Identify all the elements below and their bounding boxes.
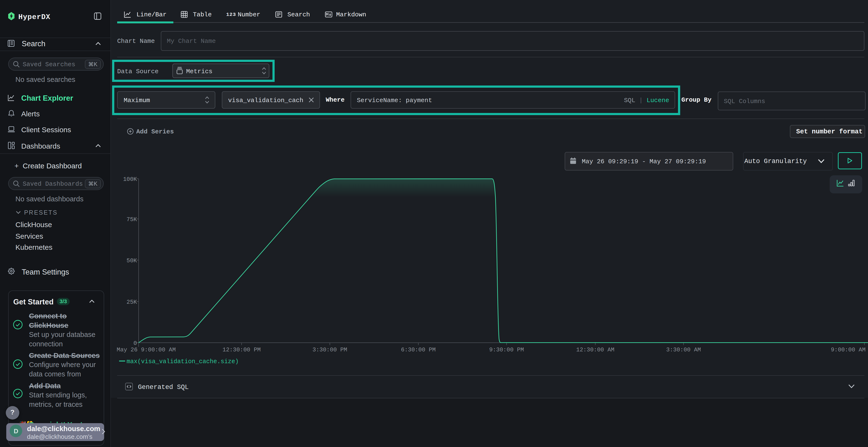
svg-text:9:00:00 AM: 9:00:00 AM: [831, 347, 866, 353]
svg-text:0: 0: [133, 340, 137, 347]
svg-text:6:30:00 PM: 6:30:00 PM: [401, 347, 436, 353]
svg-text:max(visa_validation_cache.size: max(visa_validation_cache.size): [127, 358, 239, 365]
svg-text:9:30:00 PM: 9:30:00 PM: [489, 347, 524, 353]
svg-text:25K: 25K: [127, 299, 137, 305]
svg-text:12:30:00 AM: 12:30:00 AM: [576, 347, 614, 353]
svg-text:3:30:00 PM: 3:30:00 PM: [312, 347, 347, 353]
svg-text:May 26 9:00:00 AM: May 26 9:00:00 AM: [117, 347, 176, 353]
svg-text:75K: 75K: [127, 216, 137, 223]
svg-text:50K: 50K: [127, 257, 137, 264]
svg-text:12:30:00 PM: 12:30:00 PM: [222, 347, 261, 353]
svg-text:100K: 100K: [123, 176, 137, 182]
svg-text:3:30:00 AM: 3:30:00 AM: [666, 347, 701, 353]
